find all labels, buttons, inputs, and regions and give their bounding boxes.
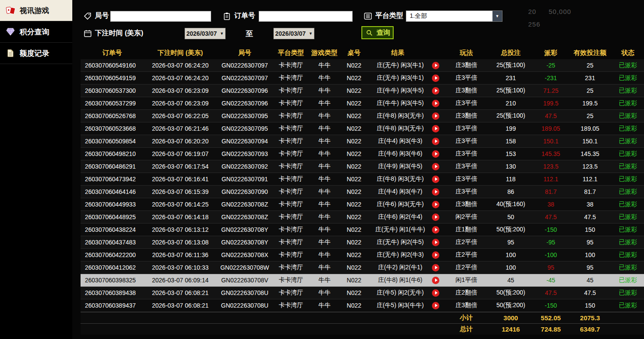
- play-video-button[interactable]: [432, 62, 439, 69]
- cell-payout: -150: [533, 226, 568, 233]
- play-video-button[interactable]: [432, 138, 439, 145]
- status-badge: 已派彩: [612, 99, 644, 107]
- page: 20 50,000 256 视讯游戏 积分查询: [0, 0, 644, 339]
- cell-payout: 95: [533, 264, 568, 271]
- cell-platform-type: 卡卡湾厅: [273, 276, 309, 284]
- cell-bet-time: 2026-03-07 06:17:54: [144, 163, 217, 170]
- play-video-button[interactable]: [432, 239, 439, 246]
- status-badge: 已派彩: [612, 150, 644, 158]
- table-row[interactable]: 260307060422200 2026-03-07 06:11:36 GN02…: [81, 249, 644, 261]
- play-video-button[interactable]: [432, 201, 439, 208]
- table-row[interactable]: 260307060389438 2026-03-07 06:08:21 GN02…: [81, 287, 644, 299]
- query-button[interactable]: 查询: [361, 26, 394, 39]
- play-video-button[interactable]: [432, 112, 439, 120]
- play-video-button[interactable]: [432, 264, 439, 271]
- cell-payout: 123.5: [533, 163, 568, 170]
- table-row[interactable]: 260307060449933 2026-03-07 06:14:25 GN02…: [81, 198, 644, 211]
- cell-total-bet: 45: [488, 277, 533, 284]
- play-video-button[interactable]: [432, 150, 439, 158]
- total-total-bet: 12416: [488, 325, 533, 333]
- cell-play-type: 庄3平倍: [445, 150, 488, 158]
- status-badge: 已派彩: [612, 238, 644, 246]
- table-row[interactable]: 260307060398325 2026-03-07 06:09:14 GN02…: [81, 274, 644, 287]
- date-from-picker[interactable]: 2026/03/07 ▼: [185, 28, 226, 39]
- cell-platform-type: 卡卡湾厅: [273, 137, 309, 145]
- play-icon: [435, 266, 438, 269]
- cell-result: 庄(无牛) 闲3(牛1): [368, 59, 445, 71]
- table-row[interactable]: 260307060537299 2026-03-07 06:23:09 GN02…: [81, 97, 644, 110]
- cell-game-type: 牛牛: [309, 238, 340, 246]
- cell-order-no: 260307060549160: [81, 62, 144, 69]
- main-content: 局号 订单号 平台类型 1.全部 ▼ 下注时间 (美东): [72, 0, 644, 339]
- cell-game-type: 牛牛: [309, 137, 340, 145]
- table-row[interactable]: 260307060486291 2026-03-07 06:17:54 GN02…: [81, 160, 644, 173]
- cell-play-type: 闲2平倍: [445, 213, 488, 221]
- table-row[interactable]: 260307060473942 2026-03-07 06:16:41 GN02…: [81, 173, 644, 186]
- cell-round-no: GN0222630708Z: [217, 201, 273, 208]
- play-video-button[interactable]: [432, 302, 439, 309]
- table-row[interactable]: 260307060412062 2026-03-07 06:10:33 GN02…: [81, 261, 644, 274]
- cell-order-no: 260307060389437: [81, 302, 144, 309]
- cell-order-no: 260307060437483: [81, 239, 144, 246]
- cell-payout: -231: [533, 75, 568, 81]
- cell-payout: -95: [533, 239, 568, 246]
- play-video-button[interactable]: [432, 125, 439, 132]
- play-video-button[interactable]: [432, 75, 439, 82]
- cell-order-no: 260307060464146: [81, 188, 144, 195]
- cell-payout: 71.25: [533, 87, 568, 94]
- play-video-button[interactable]: [432, 289, 439, 297]
- table-row[interactable]: 260307060526768 2026-03-07 06:22:05 GN02…: [81, 110, 644, 122]
- round-no-input[interactable]: [110, 11, 211, 22]
- sidebar-item-label: 额度记录: [20, 48, 49, 58]
- platform-type-select[interactable]: 1.全部 ▼: [406, 10, 502, 22]
- table-row[interactable]: 260307060438224 2026-03-07 06:13:12 GN02…: [81, 224, 644, 236]
- cell-result: 庄(牛牛) 闲3(牛5): [368, 85, 445, 97]
- sidebar-item-quota-records[interactable]: 额度记录: [0, 43, 72, 64]
- order-no-input[interactable]: [259, 11, 353, 22]
- cell-payout: 145.35: [533, 150, 568, 157]
- cell-game-type: 牛牛: [309, 264, 340, 271]
- table-row[interactable]: 260307060509854 2026-03-07 06:20:20 GN02…: [81, 135, 644, 148]
- table-row[interactable]: 260307060464146 2026-03-07 06:15:39 GN02…: [81, 186, 644, 198]
- header-status: 状态: [612, 49, 644, 57]
- play-video-button[interactable]: [432, 277, 439, 284]
- cell-play-type: 庄2平倍: [445, 264, 488, 271]
- cell-order-no: 260307060473942: [81, 176, 144, 183]
- cell-game-type: 牛牛: [309, 99, 340, 107]
- play-video-button[interactable]: [432, 163, 439, 170]
- chevron-down-icon: ▼: [309, 31, 313, 36]
- cell-result: 庄(无牛) 闲3(牛1): [368, 72, 445, 84]
- play-icon: [435, 89, 438, 92]
- cell-payout: 47.5: [533, 214, 568, 220]
- table-row[interactable]: 260307060448925 2026-03-07 06:14:18 GN02…: [81, 211, 644, 224]
- play-video-button[interactable]: [432, 100, 439, 107]
- table-row[interactable]: 260307060537300 2026-03-07 06:23:09 GN02…: [81, 85, 644, 97]
- sidebar-item-video-games[interactable]: 视讯游戏: [0, 0, 72, 21]
- cell-play-type: 庄3平倍: [445, 99, 488, 107]
- play-video-button[interactable]: [432, 188, 439, 196]
- play-video-button[interactable]: [432, 87, 439, 95]
- table-row[interactable]: 260307060523668 2026-03-07 06:21:46 GN02…: [81, 122, 644, 135]
- status-badge: 已派彩: [612, 125, 644, 132]
- cell-table-no: N022: [340, 214, 368, 220]
- subtotal-row: 小计 3000 552.05 2075.3: [81, 312, 644, 323]
- cell-platform-type: 卡卡湾厅: [273, 61, 309, 69]
- table-row[interactable]: 260307060389437 2026-03-07 06:08:21 GN02…: [81, 299, 644, 312]
- table-row[interactable]: 260307060549160 2026-03-07 06:24:20 GN02…: [81, 59, 644, 72]
- table-row[interactable]: 260307060437483 2026-03-07 06:13:08 GN02…: [81, 236, 644, 249]
- cell-order-no: 260307060509854: [81, 138, 144, 145]
- cell-play-type: 庄1翻倍: [445, 226, 488, 234]
- date-to-picker[interactable]: 2026/03/07 ▼: [273, 28, 314, 39]
- play-video-button[interactable]: [432, 176, 439, 183]
- sidebar-item-points-query[interactable]: 积分查询: [0, 21, 72, 43]
- status-badge: 已派彩: [612, 74, 644, 82]
- table-row[interactable]: 260307060549159 2026-03-07 06:24:20 GN02…: [81, 72, 644, 85]
- play-video-button[interactable]: [432, 226, 439, 234]
- cell-result: 庄(牛2) 闲2(牛1): [368, 261, 445, 274]
- table-row[interactable]: 260307060498210 2026-03-07 06:19:07 GN02…: [81, 148, 644, 160]
- list-icon: [363, 13, 373, 20]
- cell-table-no: N022: [340, 188, 368, 195]
- play-video-button[interactable]: [432, 214, 439, 221]
- play-video-button[interactable]: [432, 251, 439, 259]
- cell-payout: -100: [533, 251, 568, 258]
